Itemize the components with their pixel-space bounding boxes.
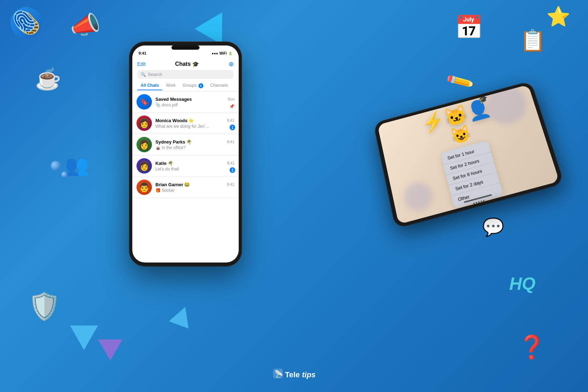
tab-channels[interactable]: Channels: [207, 82, 232, 90]
speaker-dot: [483, 200, 485, 202]
signal-icon: ●●●: [212, 51, 218, 55]
name-row-katie: Katie 🌴 9:41: [155, 161, 234, 166]
tea-decoration: ☕: [35, 66, 61, 91]
katie-avatar-img: 👩: [139, 161, 150, 172]
avatar-brian: 👨: [136, 180, 152, 195]
status-time: 9:41: [139, 51, 146, 55]
avatar-katie: 👩: [136, 158, 152, 174]
star-decoration: ⭐: [546, 5, 570, 28]
logo: 📡 Tele tips: [272, 368, 316, 382]
pin-icon: 📌: [229, 104, 234, 109]
chat-time-monica: 9:41: [227, 118, 234, 122]
name-row-monica: Monica Woods ⭐ 9:41: [155, 118, 234, 123]
phone1-volume-up-button: [130, 96, 130, 112]
battery-icon: 🔋: [228, 51, 232, 55]
chat-list: 🔖 Saved Messages Sun 📎 docs.pdf 📌 👩: [132, 91, 239, 198]
triangle-lb-decoration: [70, 326, 98, 350]
chat-content-saved: Saved Messages Sun 📎 docs.pdf: [155, 97, 234, 107]
chat-item-sydney[interactable]: 👩 Sydney Parks 🌴 9:41 🧉 in the office?: [132, 134, 239, 155]
search-bar[interactable]: 🔍 Search: [137, 70, 234, 79]
chat-item-katie[interactable]: 👩 Katie 🌴 9:41 Let's do that! 2: [132, 155, 239, 177]
speaker-dot: [481, 201, 482, 202]
tab-work[interactable]: Work: [162, 82, 179, 90]
avatar-monica: 👩: [136, 115, 152, 131]
avatar-saved: 🔖: [136, 94, 152, 110]
triangle-purple-decoration: [98, 340, 122, 360]
monica-badge: 1: [230, 125, 235, 130]
monica-star-icon: ⭐: [188, 118, 194, 123]
chat-preview-sydney: 🧉 in the office?: [155, 145, 211, 150]
chat-name-monica: Monica Woods ⭐: [155, 118, 194, 123]
chat-name-brian: Brian Garner 😂: [155, 182, 190, 187]
name-row-brian: Brian Garner 😂 9:41: [155, 182, 234, 187]
phone2-wrapper: ⚡🐱‍👤 🎓 😺 Set for 1 hour Set for 2 hours …: [374, 81, 564, 228]
phone1-device: 9:41 ●●● WiFi 🔋 Edit Chats 🎓 ⊕ 🔍 Search: [130, 42, 241, 266]
phone1-notch: [172, 46, 200, 50]
chat-item-brian[interactable]: 👨 Brian Garner 😂 9:41 🎁 Sticker: [132, 177, 239, 198]
phone1-silent-button: [130, 80, 130, 90]
app-header: Edit Chats 🎓 ⊕ 🔍 Search All Chats Work: [132, 58, 239, 91]
chat-name-sydney: Sydney Parks 🌴: [155, 139, 192, 145]
menu-popup: Set for 1 hour Set for 2 hours Set for 8…: [440, 140, 503, 208]
katie-badge: 2: [230, 167, 235, 173]
chat-time-saved: Sun: [227, 97, 234, 101]
tab-groups[interactable]: Groups 2: [179, 82, 207, 90]
edit-button[interactable]: Edit: [137, 61, 146, 67]
phone1-power-button: [241, 91, 241, 108]
chat-item-saved[interactable]: 🔖 Saved Messages Sun 📎 docs.pdf 📌: [132, 91, 239, 113]
calendar-decoration: 📅: [455, 14, 483, 41]
phone2-device: ⚡🐱‍👤 🎓 😺 Set for 1 hour Set for 2 hours …: [374, 81, 564, 228]
monica-avatar-img: 👩: [139, 118, 150, 129]
phone1-screen: 9:41 ●●● WiFi 🔋 Edit Chats 🎓 ⊕ 🔍 Search: [132, 46, 239, 262]
blur-circle-2: [401, 179, 435, 215]
notes-decoration: 📋: [520, 28, 546, 53]
speaker-dot: [478, 201, 480, 203]
phone1-volume-down-button: [130, 115, 130, 131]
people-decoration: 👥: [65, 154, 89, 177]
search-placeholder: Search: [148, 72, 162, 77]
ball1-decoration: [51, 161, 61, 171]
brian-avatar-img: 👨: [139, 182, 150, 193]
bookmark-icon: 🔖: [140, 98, 149, 106]
chat-item-monica[interactable]: 👩 Monica Woods ⭐ 9:41 What are we doing …: [132, 113, 239, 134]
fingerprint-decoration: 🫆: [10, 7, 42, 38]
sydney-avatar-img: 👩: [139, 139, 150, 150]
wifi-icon: WiFi: [219, 51, 227, 55]
groups-badge: 2: [198, 83, 203, 88]
app-title: Chats 🎓: [175, 61, 199, 68]
chat-content-monica: Monica Woods ⭐ 9:41 What are we doing fo…: [155, 118, 234, 129]
arrow-top-decoration: [195, 5, 236, 44]
tab-bots[interactable]: Bots: [231, 82, 234, 90]
title-row: Edit Chats 🎓 ⊕: [137, 59, 234, 70]
hq-decoration: HQ: [509, 274, 536, 294]
megaphone-decoration: 📣: [70, 10, 100, 39]
chats-title-text: Chats: [175, 61, 190, 67]
chat-content-katie: Katie 🌴 9:41 Let's do that!: [155, 161, 234, 172]
search-icon: 🔍: [141, 72, 146, 77]
chat-preview-katie: Let's do that!: [155, 167, 211, 172]
speaker-dot: [476, 202, 477, 204]
chat-time-sydney: 9:41: [227, 140, 234, 144]
avatar-sydney: 👩: [136, 137, 152, 152]
name-row-sydney: Sydney Parks 🌴 9:41: [155, 139, 234, 145]
phone2-content: ⚡🐱‍👤 🎓 😺 Set for 1 hour Set for 2 hours …: [377, 85, 559, 224]
compose-button[interactable]: ⊕: [229, 60, 234, 68]
pencil-decoration: ✏️: [444, 65, 476, 97]
phone2-screen: ⚡🐱‍👤 🎓 😺 Set for 1 hour Set for 2 hours …: [377, 85, 559, 224]
chat-name-saved: Saved Messages: [155, 97, 192, 102]
name-row-saved: Saved Messages Sun: [155, 97, 234, 102]
status-icons: ●●● WiFi 🔋: [212, 51, 232, 55]
chat-preview-saved: 📎 docs.pdf: [155, 103, 211, 107]
chat-time-katie: 9:41: [227, 161, 234, 165]
svg-text:📡: 📡: [274, 370, 283, 378]
katie-emoji: 🌴: [168, 161, 173, 166]
brian-emoji: 😂: [184, 182, 190, 187]
tab-all-chats[interactable]: All Chats: [137, 82, 162, 90]
logo-icon: 📡: [272, 368, 284, 382]
shield-decoration: 🛡️: [28, 291, 61, 322]
question-decoration: ❓: [518, 334, 546, 360]
speaker-dot: [473, 203, 475, 204]
chat-content-sydney: Sydney Parks 🌴 9:41 🧉 in the office?: [155, 139, 234, 150]
chat-time-brian: 9:41: [227, 182, 234, 187]
logo-tips-label: tips: [302, 370, 316, 379]
